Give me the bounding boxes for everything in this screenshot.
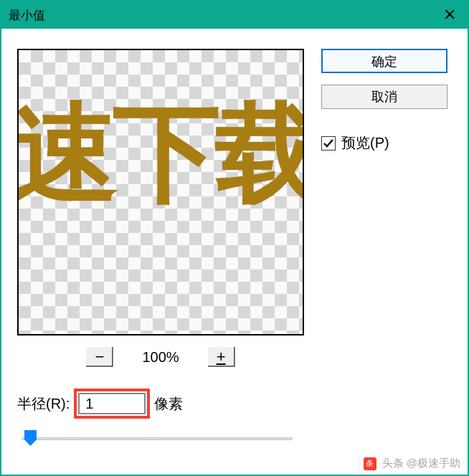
cancel-button[interactable]: 取消: [321, 85, 447, 109]
radius-label: 半径(R):: [17, 394, 70, 414]
titlebar[interactable]: 最小值 ✕: [1, 1, 468, 29]
dialog-title: 最小值: [9, 7, 45, 24]
radius-row: 半径(R): 像素: [17, 389, 304, 419]
radius-input[interactable]: [78, 393, 146, 414]
zoom-in-button[interactable]: [208, 347, 235, 367]
right-panel: 确定 取消 预览(P): [321, 49, 447, 449]
radius-unit: 像素: [154, 394, 183, 414]
watermark: 条 头条 @极速手助: [364, 457, 460, 470]
close-icon: ✕: [443, 6, 456, 24]
preview-checkbox-label: 预览(P): [341, 133, 389, 153]
radius-input-highlight: [74, 389, 150, 419]
ok-button[interactable]: 确定: [321, 49, 447, 73]
preview-area[interactable]: 速下载: [17, 49, 304, 335]
left-panel: 速下载 100% 半径(R): 像素: [17, 49, 304, 449]
zoom-out-button[interactable]: [86, 347, 113, 367]
dialog-body: 速下载 100% 半径(R): 像素 确定 取消: [1, 29, 468, 463]
minimum-filter-dialog: 最小值 ✕ 速下载 100% 半径(R): 像素: [0, 0, 469, 476]
zoom-controls: 100%: [17, 343, 304, 371]
radius-slider[interactable]: [17, 429, 297, 449]
watermark-logo-icon: 条: [364, 457, 376, 470]
preview-sample-text: 速下载: [17, 99, 304, 206]
preview-checkbox-row: 预览(P): [321, 133, 447, 153]
checkmark-icon: [323, 138, 334, 149]
close-button[interactable]: ✕: [432, 1, 468, 29]
zoom-value: 100%: [142, 349, 179, 366]
slider-thumb[interactable]: [24, 430, 37, 446]
preview-checkbox[interactable]: [321, 136, 336, 151]
slider-track: [22, 437, 293, 440]
watermark-text: 头条 @极速手助: [382, 457, 460, 470]
